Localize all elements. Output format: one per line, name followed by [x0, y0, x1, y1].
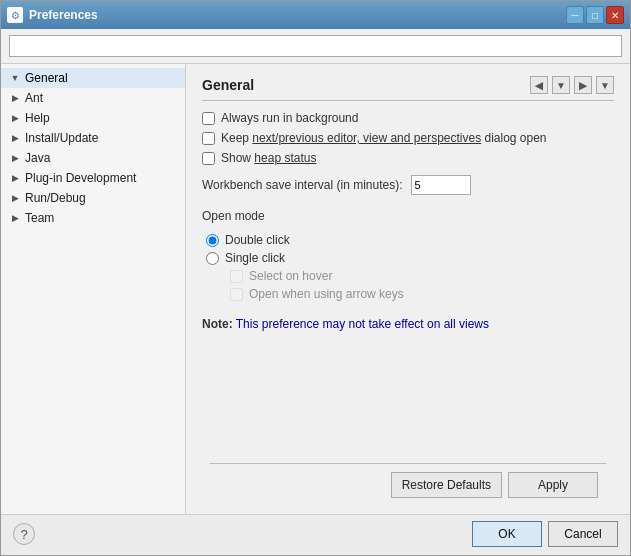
tree-arrow-run — [9, 192, 21, 204]
tree-arrow-team — [9, 212, 21, 224]
tree-arrow-plugin — [9, 172, 21, 184]
sidebar-label-general: General — [25, 71, 68, 85]
single-click-label: Single click — [225, 251, 285, 265]
apply-button[interactable]: Apply — [508, 472, 598, 498]
main-content: General Ant Help Install/Update Java — [1, 64, 630, 514]
always-run-bg-checkbox[interactable] — [202, 112, 215, 125]
sidebar-label-help: Help — [25, 111, 50, 125]
nav-dropdown2-button[interactable]: ▼ — [596, 76, 614, 94]
note-bold: Note: — [202, 317, 233, 331]
title-bar: ⚙ Preferences ─ □ ✕ — [1, 1, 630, 29]
workbench-interval-row: Workbench save interval (in minutes): — [202, 175, 614, 195]
sidebar-item-java[interactable]: Java — [1, 148, 185, 168]
action-bar: Restore Defaults Apply — [202, 464, 614, 502]
open-mode-label: Open mode — [202, 209, 614, 223]
panel-header: General ◀ ▼ ▶ ▼ — [202, 76, 614, 101]
maximize-button[interactable]: □ — [586, 6, 604, 24]
dialog-footer: ? OK Cancel — [1, 514, 630, 555]
open-arrow-label: Open when using arrow keys — [249, 287, 404, 301]
sidebar-item-general[interactable]: General — [1, 68, 185, 88]
note-text: Note: This preference may not take effec… — [202, 317, 614, 331]
keep-dialog-row: Keep next/previous editor, view and pers… — [202, 131, 614, 145]
open-arrow-row: Open when using arrow keys — [230, 287, 614, 301]
select-hover-label: Select on hover — [249, 269, 332, 283]
sidebar-item-plugin-dev[interactable]: Plug-in Development — [1, 168, 185, 188]
cancel-button[interactable]: Cancel — [548, 521, 618, 547]
workbench-interval-label: Workbench save interval (in minutes): — [202, 178, 403, 192]
nav-forward-button[interactable]: ▶ — [574, 76, 592, 94]
restore-defaults-button[interactable]: Restore Defaults — [391, 472, 502, 498]
content-panel: General ◀ ▼ ▶ ▼ Always run in background — [186, 64, 630, 514]
window-body: General Ant Help Install/Update Java — [1, 29, 630, 555]
single-click-radio[interactable] — [206, 252, 219, 265]
panel-body: Always run in background Keep next/previ… — [202, 111, 614, 463]
close-button[interactable]: ✕ — [606, 6, 624, 24]
panel-nav: ◀ ▼ ▶ ▼ — [530, 76, 614, 94]
open-mode-radio-group: Double click Single click Select on hove… — [206, 233, 614, 301]
tree-arrow-general — [9, 72, 21, 84]
keep-dialog-label: Keep next/previous editor, view and pers… — [221, 131, 547, 145]
select-hover-row: Select on hover — [230, 269, 614, 283]
always-run-bg-label: Always run in background — [221, 111, 358, 125]
sidebar-item-ant[interactable]: Ant — [1, 88, 185, 108]
double-click-label: Double click — [225, 233, 290, 247]
double-click-radio[interactable] — [206, 234, 219, 247]
sidebar-label-java: Java — [25, 151, 50, 165]
minimize-button[interactable]: ─ — [566, 6, 584, 24]
sidebar: General Ant Help Install/Update Java — [1, 64, 186, 514]
sidebar-label-run: Run/Debug — [25, 191, 86, 205]
window-title: Preferences — [29, 8, 560, 22]
workbench-interval-input[interactable] — [411, 175, 471, 195]
help-button[interactable]: ? — [13, 523, 35, 545]
tree-arrow-ant — [9, 92, 21, 104]
sidebar-label-plugin: Plug-in Development — [25, 171, 136, 185]
sidebar-label-team: Team — [25, 211, 54, 225]
keep-dialog-checkbox[interactable] — [202, 132, 215, 145]
search-input[interactable] — [9, 35, 622, 57]
sidebar-label-install: Install/Update — [25, 131, 98, 145]
sidebar-item-team[interactable]: Team — [1, 208, 185, 228]
show-heap-row: Show heap status — [202, 151, 614, 165]
nav-back-button[interactable]: ◀ — [530, 76, 548, 94]
footer-buttons: OK Cancel — [472, 521, 618, 547]
sidebar-item-run-debug[interactable]: Run/Debug — [1, 188, 185, 208]
title-bar-controls: ─ □ ✕ — [566, 6, 624, 24]
preferences-window: ⚙ Preferences ─ □ ✕ General Ant — [0, 0, 631, 556]
tree-arrow-help — [9, 112, 21, 124]
window-icon: ⚙ — [7, 7, 23, 23]
sidebar-item-install-update[interactable]: Install/Update — [1, 128, 185, 148]
sidebar-label-ant: Ant — [25, 91, 43, 105]
tree-arrow-java — [9, 152, 21, 164]
select-hover-checkbox[interactable] — [230, 270, 243, 283]
always-run-bg-row: Always run in background — [202, 111, 614, 125]
single-click-row: Single click — [206, 251, 614, 265]
tree-arrow-install — [9, 132, 21, 144]
ok-button[interactable]: OK — [472, 521, 542, 547]
search-bar — [1, 29, 630, 64]
single-click-sub-options: Select on hover Open when using arrow ke… — [230, 269, 614, 301]
show-heap-label: Show heap status — [221, 151, 316, 165]
note-detail: This preference may not take effect on a… — [233, 317, 489, 331]
sidebar-item-help[interactable]: Help — [1, 108, 185, 128]
double-click-row: Double click — [206, 233, 614, 247]
open-arrow-checkbox[interactable] — [230, 288, 243, 301]
show-heap-checkbox[interactable] — [202, 152, 215, 165]
nav-dropdown-button[interactable]: ▼ — [552, 76, 570, 94]
panel-title: General — [202, 77, 254, 93]
